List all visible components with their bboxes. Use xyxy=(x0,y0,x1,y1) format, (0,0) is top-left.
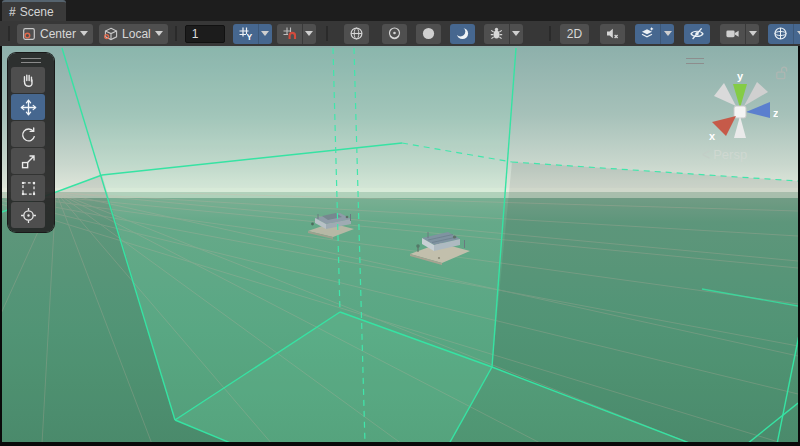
snap-increment-field[interactable] xyxy=(185,25,225,43)
lit-sphere-icon xyxy=(387,26,402,41)
scene-toolbar: Center Local Y xyxy=(0,21,800,46)
snap-settings-dropdown[interactable] xyxy=(302,24,316,44)
hand-icon xyxy=(20,72,37,89)
scene-tab-label: Scene xyxy=(20,5,54,19)
scene-gizmo-overlay: y x z < Persp xyxy=(680,54,792,184)
shaded-mode-button[interactable] xyxy=(416,24,441,44)
tools-overlay-drag-handle-icon[interactable] xyxy=(21,58,41,63)
wire-sphere-icon xyxy=(349,26,364,41)
gizmos-dropdown[interactable] xyxy=(793,24,800,44)
rotate-icon xyxy=(20,126,37,143)
debug-mode-button[interactable] xyxy=(484,24,509,44)
grid-visibility-dropdown[interactable] xyxy=(258,24,272,44)
rect-tool-button[interactable] xyxy=(11,175,45,201)
gizmo-drag-handle-icon[interactable] xyxy=(686,58,704,64)
gizmo-sphere-icon xyxy=(773,26,788,41)
scene-viewport[interactable]: y x z < Persp xyxy=(2,46,798,442)
orientation-mode-label: Local xyxy=(122,27,151,41)
toolbar-separator xyxy=(326,26,328,41)
camera-settings-dropdown[interactable] xyxy=(745,24,759,44)
lighting-toggle-button[interactable] xyxy=(382,24,407,44)
grid-y-icon: Y xyxy=(238,26,253,41)
axis-y-label: y xyxy=(737,70,744,82)
axis-neg-cone[interactable] xyxy=(734,116,746,138)
chevron-down-icon xyxy=(80,31,88,36)
orientation-axes[interactable]: y x z xyxy=(702,70,778,146)
scene-tab-grid-icon: # xyxy=(9,5,15,19)
toolbar-drag-handle-icon[interactable] xyxy=(8,26,10,41)
tab-strip: # Scene xyxy=(0,0,800,21)
scale-tool-button[interactable] xyxy=(11,148,45,174)
chevron-down-icon xyxy=(155,31,163,36)
audio-toggle-button[interactable] xyxy=(600,24,625,44)
bug-icon xyxy=(489,26,504,41)
rotate-tool-button[interactable] xyxy=(11,121,45,147)
visibility-toggle-button[interactable] xyxy=(684,24,710,44)
cube-icon xyxy=(104,27,118,41)
rect-icon xyxy=(20,180,37,197)
scene-canvas[interactable] xyxy=(2,46,798,442)
transform-tool-button[interactable] xyxy=(11,202,45,228)
projection-toggle[interactable]: < Persp xyxy=(702,146,747,162)
draw-mode-button[interactable] xyxy=(344,24,369,44)
effects-toggle-button[interactable] xyxy=(635,24,660,44)
2d-toggle-button[interactable]: 2D xyxy=(560,24,589,44)
axis-neg-cone[interactable] xyxy=(714,83,736,106)
toolbar-separator xyxy=(175,26,177,41)
pivot-icon xyxy=(22,27,36,41)
pivot-mode-button[interactable]: Center xyxy=(17,24,93,44)
effects-dropdown[interactable] xyxy=(660,24,674,44)
moon-icon xyxy=(455,26,470,41)
gizmos-toggle-button[interactable] xyxy=(768,24,793,44)
chevron-left-icon: < xyxy=(702,144,710,163)
grid-visibility-button[interactable]: Y xyxy=(233,24,258,44)
orientation-mode-button[interactable]: Local xyxy=(99,24,168,44)
axis-neg-cone[interactable] xyxy=(744,82,768,106)
svg-text:Y: Y xyxy=(246,32,252,41)
axis-x-cone[interactable] xyxy=(712,116,736,136)
axis-x-label: x xyxy=(709,130,716,142)
tab-scene[interactable]: # Scene xyxy=(2,0,66,21)
toolbar-separator xyxy=(549,26,551,41)
camera-icon xyxy=(725,26,740,41)
grid-magnet-icon xyxy=(282,26,297,41)
axis-z-label: z xyxy=(773,107,778,119)
unity-scene-window: # Scene Center Local xyxy=(0,0,800,446)
snap-settings-button[interactable] xyxy=(277,24,302,44)
projection-label: Persp xyxy=(713,147,747,162)
debug-mode-dropdown[interactable] xyxy=(509,24,523,44)
camera-settings-button[interactable] xyxy=(720,24,745,44)
scale-icon xyxy=(20,153,37,170)
tools-overlay xyxy=(8,53,54,232)
move-icon xyxy=(20,99,37,116)
transform-icon xyxy=(20,207,37,224)
fx-layers-icon xyxy=(640,26,655,41)
speaker-muted-icon xyxy=(605,26,620,41)
scene-lighting-button[interactable] xyxy=(450,24,475,44)
axis-z-cone[interactable] xyxy=(746,102,770,118)
pivot-mode-label: Center xyxy=(40,27,76,41)
move-tool-button[interactable] xyxy=(11,94,45,120)
2d-toggle-label: 2D xyxy=(565,27,584,41)
view-tool-button[interactable] xyxy=(11,67,45,93)
filled-circle-icon xyxy=(421,26,436,41)
eye-slash-icon xyxy=(689,26,705,41)
